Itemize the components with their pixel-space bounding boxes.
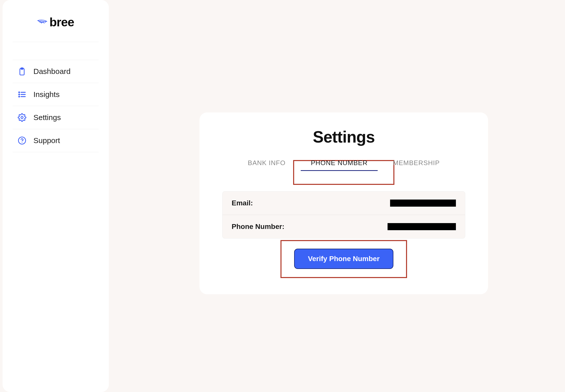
tab-bank-info[interactable]: BANK INFO	[248, 159, 286, 171]
gear-icon	[18, 113, 26, 122]
sidebar-item-label: Settings	[33, 113, 61, 122]
svg-point-6	[19, 96, 19, 97]
sidebar-item-settings[interactable]: Settings	[13, 106, 99, 129]
email-value-redacted	[390, 200, 456, 207]
list-icon	[18, 90, 26, 99]
page-title: Settings	[212, 128, 475, 146]
tab-phone-number[interactable]: PHONE NUMBER	[311, 159, 368, 171]
clipboard-icon	[18, 67, 26, 76]
nav-list: Dashboard Insights	[13, 60, 99, 152]
svg-point-4	[19, 94, 19, 95]
sidebar-item-label: Support	[33, 136, 60, 145]
sidebar-item-insights[interactable]: Insights	[13, 83, 99, 106]
sidebar-item-support[interactable]: Support	[13, 129, 99, 152]
help-icon	[18, 136, 26, 145]
fields-panel: Email: Phone Number:	[222, 191, 465, 239]
tab-membership[interactable]: MEMBERSHIP	[393, 159, 440, 171]
field-label-email: Email:	[232, 199, 253, 207]
sidebar: bree Dashboard	[3, 0, 109, 392]
svg-point-2	[19, 92, 19, 93]
logo: bree	[13, 15, 99, 42]
settings-card: Settings BANK INFO PHONE NUMBER MEMBERSH…	[199, 112, 488, 294]
sidebar-item-label: Insights	[33, 90, 59, 99]
field-email: Email:	[223, 191, 465, 215]
sidebar-item-dashboard[interactable]: Dashboard	[13, 60, 99, 83]
phone-value-redacted	[388, 223, 456, 230]
brand-name: bree	[49, 15, 74, 29]
verify-phone-button[interactable]: Verify Phone Number	[294, 249, 393, 269]
svg-point-8	[21, 116, 23, 119]
sidebar-item-label: Dashboard	[33, 67, 71, 76]
wing-icon	[37, 19, 47, 26]
settings-tabs: BANK INFO PHONE NUMBER MEMBERSHIP	[212, 159, 475, 171]
field-label-phone: Phone Number:	[232, 223, 284, 231]
field-phone: Phone Number:	[223, 215, 465, 238]
